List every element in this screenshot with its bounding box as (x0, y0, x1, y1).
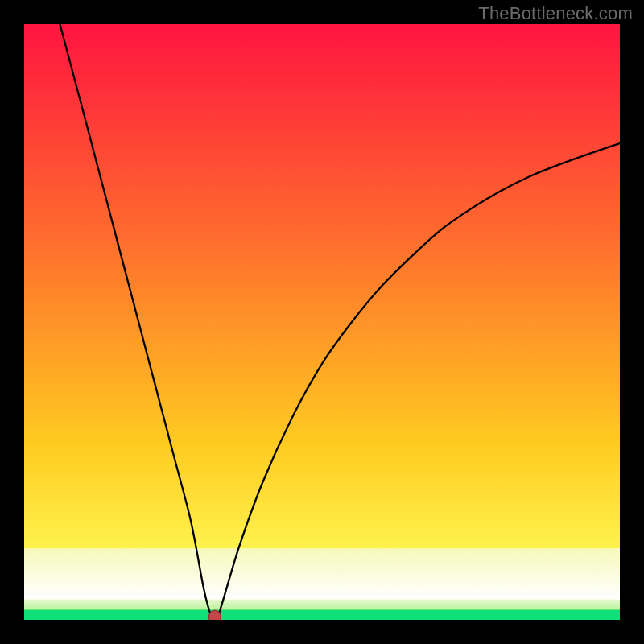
band-2 (24, 609, 620, 620)
chart-svg (24, 24, 620, 620)
band-0 (24, 548, 620, 600)
gradient-background (24, 24, 620, 620)
chart-frame: TheBottleneck.com (0, 0, 644, 644)
chart-plot-area (24, 24, 620, 620)
watermark-label: TheBottleneck.com (478, 3, 633, 24)
band-1 (24, 600, 620, 610)
optimum-marker (208, 610, 221, 620)
bottom-bands (24, 548, 620, 620)
